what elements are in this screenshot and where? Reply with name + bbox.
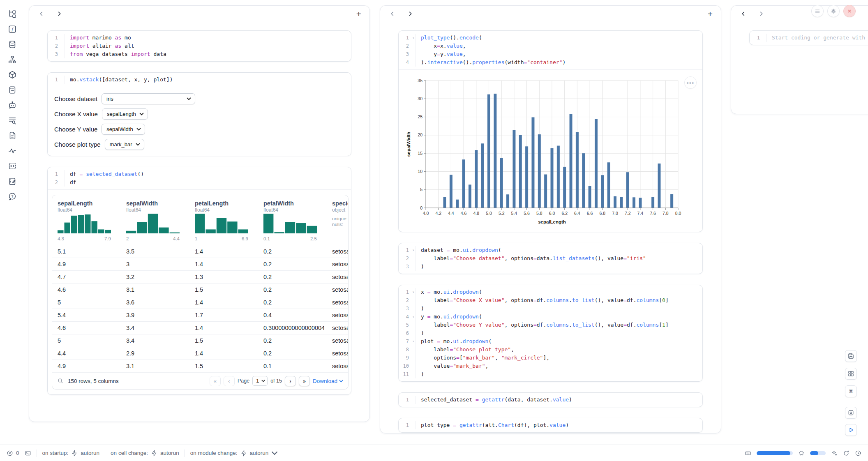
table-column-header[interactable]: petalLengthfloat6416.9 bbox=[195, 200, 263, 241]
code-placeholder[interactable]: Start coding or generate with AI bbox=[772, 34, 868, 42]
table-header: sepalLengthfloat644.37.9sepalWidthfloat6… bbox=[52, 195, 349, 245]
cell-dataframe[interactable]: 12df = selected_dataset()df sepalLengthf… bbox=[47, 167, 351, 395]
scratchpad-button[interactable] bbox=[7, 161, 17, 171]
document-icon bbox=[8, 131, 17, 140]
prev-page-button[interactable]: ‹ bbox=[224, 376, 235, 386]
chart-actions-button[interactable]: ••• bbox=[684, 76, 697, 89]
settings-button[interactable] bbox=[827, 5, 840, 17]
cell-vstack[interactable]: 1mo.vstack([dataset, x, y, plot]) Choose… bbox=[47, 72, 351, 156]
chevron-right-icon bbox=[57, 11, 62, 16]
run-button[interactable] bbox=[845, 424, 857, 436]
code-editor[interactable]: 123import marimo as moimport altair as a… bbox=[48, 31, 351, 61]
fold-chevron-icon[interactable]: ∨ bbox=[413, 246, 414, 254]
code-editor[interactable]: 1∨234plot_type().encode( x=x.value, y=y.… bbox=[399, 31, 702, 69]
bar-chart[interactable]: 4.04.24.44.64.85.05.25.45.65.86.06.26.46… bbox=[405, 76, 685, 228]
first-page-button[interactable]: « bbox=[210, 376, 221, 386]
code-editor[interactable]: 1∨23dataset = mo.ui.dropdown( label="Cho… bbox=[399, 243, 702, 274]
cell-imports[interactable]: 123import marimo as moimport altair as a… bbox=[47, 30, 351, 62]
cell-empty[interactable]: 1 Start coding or generate with AI bbox=[749, 30, 868, 45]
keyboard-shortcuts-button[interactable]: ⌘ bbox=[845, 385, 857, 397]
search-logs-icon bbox=[8, 116, 17, 125]
fold-chevron-icon[interactable]: ∨ bbox=[413, 337, 414, 346]
code-editor[interactable]: 1plot_type = getattr(alt.Chart(df), plot… bbox=[399, 418, 702, 432]
ai-assistant-button[interactable] bbox=[831, 450, 838, 456]
save-button[interactable] bbox=[845, 350, 857, 362]
cell-output-chart: 4.04.24.44.64.85.05.25.45.65.86.06.26.46… bbox=[399, 69, 702, 232]
chevron-down-icon bbox=[139, 113, 144, 115]
column-prev-button[interactable] bbox=[739, 10, 747, 18]
close-button[interactable] bbox=[843, 5, 856, 17]
next-page-button[interactable]: › bbox=[285, 376, 296, 386]
tracing-button[interactable] bbox=[7, 146, 17, 156]
x-value-select[interactable]: sepalLength bbox=[102, 108, 148, 120]
column-next-button[interactable] bbox=[55, 10, 63, 18]
cell-xy-plot-dropdowns[interactable]: 1∨234∨567∨891011x = mo.ui.dropdown( labe… bbox=[398, 285, 703, 382]
svg-text:5.2: 5.2 bbox=[499, 211, 505, 216]
code-editor[interactable]: 1mo.vstack([dataset, x, y, plot]) bbox=[48, 73, 351, 87]
error-indicator[interactable]: 0 bbox=[7, 450, 19, 456]
page-number-select[interactable]: 1 bbox=[252, 376, 268, 386]
cell-selected-dataset[interactable]: 1selected_dataset = getattr(data, datase… bbox=[398, 392, 703, 407]
packages-button[interactable] bbox=[7, 70, 17, 80]
code-editor[interactable]: 12df = selected_dataset()df bbox=[48, 167, 351, 189]
code-editor[interactable]: 1∨234∨567∨891011x = mo.ui.dropdown( labe… bbox=[399, 285, 702, 381]
search-icon[interactable] bbox=[57, 378, 64, 384]
cell-dataset-dropdown[interactable]: 1∨23dataset = mo.ui.dropdown( label="Cho… bbox=[398, 243, 703, 274]
download-button[interactable]: Download bbox=[313, 378, 343, 384]
logs-button[interactable] bbox=[7, 115, 17, 125]
file-explorer-button[interactable] bbox=[7, 9, 17, 19]
ai-chat-button[interactable] bbox=[7, 100, 17, 110]
chevron-down-icon bbox=[261, 380, 265, 382]
pagination: « ‹ Page 1 of 15 › » Download bbox=[210, 376, 343, 386]
menu-button[interactable] bbox=[811, 5, 824, 17]
fold-chevron-icon[interactable]: ∨ bbox=[413, 34, 414, 42]
datasources-button[interactable] bbox=[7, 39, 17, 49]
dataset-select[interactable]: iris bbox=[102, 93, 195, 104]
documentation-button[interactable] bbox=[7, 85, 17, 95]
add-cell-button[interactable]: + bbox=[708, 9, 713, 18]
layout-view-button[interactable] bbox=[845, 368, 857, 380]
functions-button[interactable]: f bbox=[7, 24, 17, 34]
table-column-header[interactable]: sepalLengthfloat644.37.9 bbox=[58, 200, 126, 241]
column-next-button[interactable] bbox=[757, 10, 765, 18]
column-prev-button[interactable] bbox=[388, 10, 396, 18]
plot-type-select[interactable]: mark_bar bbox=[105, 139, 144, 150]
dependency-graph-icon bbox=[8, 55, 17, 64]
y-value-select[interactable]: sepalWidth bbox=[102, 124, 145, 135]
table-column-header[interactable]: sepalWidthfloat6424.4 bbox=[126, 200, 195, 241]
generate-link[interactable]: generate bbox=[823, 35, 849, 41]
table-column-header[interactable]: petalWidthfloat640.12.5 bbox=[263, 200, 332, 241]
on-module-change-setting[interactable]: on module change: autorun bbox=[190, 450, 278, 456]
column-prev-button[interactable] bbox=[37, 10, 45, 18]
code-editor[interactable]: 1selected_dataset = getattr(data, datase… bbox=[399, 393, 702, 407]
terminal-button[interactable] bbox=[25, 450, 31, 456]
chevron-left-icon bbox=[390, 11, 395, 16]
table-cell: setosa bbox=[332, 322, 349, 334]
table-cell: setosa bbox=[332, 245, 349, 258]
last-page-button[interactable]: » bbox=[299, 376, 310, 386]
snippets-button[interactable] bbox=[7, 131, 17, 141]
table-cell: 1.7 bbox=[195, 309, 263, 321]
table-cell: 1.4 bbox=[195, 245, 263, 258]
code-line: x=x.value, bbox=[421, 42, 566, 50]
setting-value: autorun bbox=[160, 450, 179, 456]
svg-text:4.4: 4.4 bbox=[448, 211, 454, 216]
recent-button[interactable] bbox=[855, 450, 861, 456]
help-button[interactable]: ? bbox=[7, 191, 17, 201]
sync-button[interactable] bbox=[843, 450, 850, 456]
notes-button[interactable] bbox=[7, 176, 17, 186]
code-line: label="Choose dataset", options=data.lis… bbox=[421, 254, 646, 263]
fold-chevron-icon[interactable]: ∨ bbox=[413, 288, 414, 296]
fold-chevron-icon[interactable]: ∨ bbox=[413, 313, 414, 321]
on-cell-change-setting[interactable]: on cell change: autorun bbox=[111, 450, 179, 456]
svg-text:⌘: ⌘ bbox=[849, 389, 853, 394]
add-cell-button[interactable]: + bbox=[356, 9, 361, 18]
app-view-button[interactable] bbox=[845, 407, 857, 419]
cell-plot[interactable]: 1∨234plot_type().encode( x=x.value, y=y.… bbox=[398, 30, 703, 232]
on-startup-setting[interactable]: on startup: autorun bbox=[42, 450, 100, 456]
cell-plot-type[interactable]: 1plot_type = getattr(alt.Chart(df), plot… bbox=[398, 418, 703, 433]
svg-text:sepalWidth: sepalWidth bbox=[406, 131, 411, 157]
table-column-header[interactable]: speciesobjectunique:nulls: bbox=[332, 200, 349, 241]
column-next-button[interactable] bbox=[406, 10, 414, 18]
dependencies-button[interactable] bbox=[7, 55, 17, 65]
